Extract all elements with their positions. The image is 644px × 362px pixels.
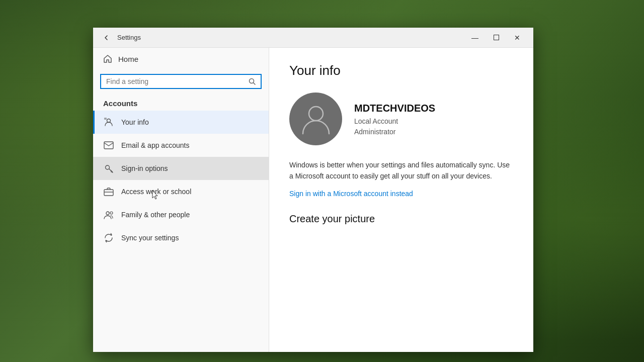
sidebar-item-family-other-people[interactable]: Family & other people [93, 203, 269, 226]
person-icon [103, 117, 114, 127]
sidebar-item-your-info[interactable]: Your info [93, 111, 269, 134]
svg-point-14 [309, 107, 323, 121]
profile-account-type-line1: Local Account [354, 116, 435, 127]
sidebar-item-email-app-accounts[interactable]: Email & app accounts [93, 134, 269, 157]
svg-rect-4 [104, 118, 107, 120]
search-input[interactable] [106, 77, 249, 85]
page-title: Your info [289, 63, 513, 78]
svg-point-13 [110, 212, 113, 214]
sidebar-item-your-info-label: Your info [121, 118, 149, 126]
search-icon[interactable] [249, 78, 256, 85]
svg-rect-0 [494, 35, 499, 40]
restore-button[interactable] [486, 30, 506, 45]
home-icon [103, 54, 112, 63]
sync-icon [103, 233, 114, 243]
window-body: Home Accounts [93, 48, 533, 352]
search-box [100, 74, 262, 89]
title-bar: Settings — ✕ [93, 28, 533, 48]
sidebar-item-sign-in-options[interactable]: Sign-in options [93, 157, 269, 180]
content-panel: Your info MDTECHVIDEOS Local Account Adm… [269, 48, 533, 352]
microsoft-account-link[interactable]: Sign in with a Microsoft account instead [289, 190, 413, 198]
back-button[interactable] [99, 31, 113, 45]
sidebar-item-sync-settings[interactable]: Sync your settings [93, 226, 269, 249]
minimize-button[interactable]: — [465, 30, 485, 45]
profile-username: MDTECHVIDEOS [354, 103, 435, 114]
settings-window: Settings — ✕ Home [93, 28, 533, 352]
avatar [289, 93, 342, 145]
sidebar-item-work-school-label: Access work or school [121, 188, 191, 196]
profile-section: MDTECHVIDEOS Local Account Administrator [289, 93, 513, 145]
accounts-section-header: Accounts [93, 95, 269, 111]
create-picture-title: Create your picture [289, 213, 513, 225]
search-container [93, 70, 269, 95]
sidebar: Home Accounts [93, 48, 269, 352]
svg-rect-5 [104, 142, 113, 149]
close-button[interactable]: ✕ [507, 30, 527, 45]
sidebar-item-sign-in-label: Sign-in options [121, 164, 168, 172]
window-controls: — ✕ [465, 30, 527, 45]
briefcase-icon [103, 187, 114, 196]
profile-account-type-line2: Administrator [354, 127, 435, 137]
sidebar-item-home[interactable]: Home [93, 48, 269, 70]
profile-info: MDTECHVIDEOS Local Account Administrator [354, 93, 435, 137]
avatar-icon [301, 103, 331, 135]
sync-message: Windows is better when your settings and… [289, 159, 513, 182]
sidebar-item-family-label: Family & other people [121, 211, 190, 219]
svg-line-2 [254, 83, 256, 85]
home-label: Home [118, 55, 138, 63]
svg-rect-10 [104, 190, 113, 196]
email-icon [103, 141, 114, 149]
window-title: Settings [117, 34, 465, 41]
people-icon [103, 210, 114, 219]
svg-point-12 [106, 212, 109, 215]
sidebar-item-access-work-school[interactable]: Access work or school [93, 180, 269, 203]
sidebar-item-sync-label: Sync your settings [121, 234, 179, 242]
sidebar-item-email-label: Email & app accounts [121, 141, 189, 149]
key-icon [103, 163, 114, 173]
